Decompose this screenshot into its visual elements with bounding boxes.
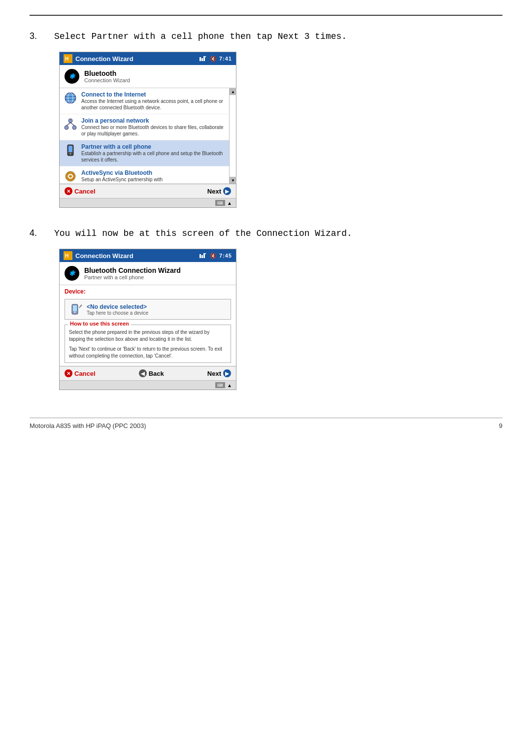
- svg-line-15: [70, 123, 74, 126]
- page-container: 3. Select Partner with a cell phone then…: [0, 0, 532, 439]
- menu-item-join-network-desc: Connect two or more Bluetooth devices to…: [81, 124, 225, 137]
- svg-point-13: [72, 126, 76, 130]
- svg-point-30: [81, 305, 82, 306]
- scroll-up-arrow[interactable]: ▲: [230, 88, 236, 95]
- how-to-para-1: Select the phone prepared in the previou…: [69, 329, 227, 343]
- screen2-title: Connection Wizard: [75, 252, 200, 260]
- top-border: [30, 15, 502, 16]
- step-4-heading: 4. You will now be at this screen of the…: [30, 228, 502, 240]
- screen1-menu-area: Connect to the Internet Access the Inter…: [60, 88, 236, 184]
- footer-left: Motorola A835 with HP iPAQ (PPC 2003): [30, 422, 146, 429]
- screen2-keyboard-bar: ⌨ ▲: [60, 380, 236, 390]
- svg-point-11: [68, 119, 72, 123]
- menu-item-partner-phone[interactable]: Partner with a cell phone Establish a pa…: [60, 140, 229, 166]
- bt-header-text: Bluetooth Connection Wizard: [84, 69, 130, 83]
- screen2-next-button[interactable]: Next ▶: [207, 369, 231, 377]
- screen2-titlebar: H Connection Wizard 🔇 7:45: [60, 249, 236, 262]
- screen1-bottom-bar: ✕ Cancel Next ▶: [60, 184, 236, 198]
- globe-icon: [64, 91, 77, 105]
- screen2-cancel-icon: ✕: [65, 369, 72, 377]
- screen2-cancel-label: Cancel: [74, 370, 96, 377]
- scrollbar-1[interactable]: ▲ ▼: [229, 88, 236, 184]
- menu-item-partner-phone-desc: Establish a partnership with a cell phon…: [81, 150, 225, 163]
- svg-rect-3: [201, 58, 203, 61]
- step-4-number: 4.: [30, 228, 54, 238]
- screen2-bluetooth-logo: ✱: [65, 266, 79, 281]
- step-3-number: 3.: [30, 31, 54, 41]
- svg-rect-27: [73, 305, 77, 311]
- menu-item-join-network[interactable]: Join a personal network Connect two or m…: [60, 114, 229, 140]
- screen2-next-label: Next: [207, 370, 221, 377]
- phone-icon: [64, 143, 77, 157]
- svg-text:H: H: [65, 253, 68, 259]
- device-selector[interactable]: <No device selected> Tap here to choose …: [65, 299, 231, 320]
- svg-rect-24: [203, 253, 205, 258]
- bt-subtitle: Connection Wizard: [84, 77, 130, 83]
- scroll-indicator: ▲: [227, 200, 232, 206]
- tap-text: Tap here to choose a device: [87, 310, 148, 316]
- screen-2: H Connection Wizard 🔇 7:45 ✱: [59, 249, 236, 390]
- menu-item-activesync-desc: Setup an ActiveSync partnership with: [81, 176, 163, 183]
- screen2-cancel-button[interactable]: ✕ Cancel: [65, 369, 96, 377]
- step-4-block: 4. You will now be at this screen of the…: [30, 228, 502, 390]
- keyboard-icon[interactable]: ⌨: [215, 200, 225, 206]
- cancel-icon: ✕: [65, 187, 72, 195]
- screen2-bt-title: Bluetooth Connection Wizard: [84, 266, 181, 274]
- svg-point-18: [70, 153, 71, 155]
- screen1-titlebar: H Connection Wizard 🔇 7:41: [60, 52, 236, 65]
- menu-item-join-network-title: Join a personal network: [81, 117, 225, 124]
- screen1-cancel-label: Cancel: [74, 188, 96, 195]
- screen-1: H Connection Wizard 🔇 7:41 ✱: [59, 52, 236, 208]
- screen2-keyboard-icon[interactable]: ⌨: [215, 382, 225, 388]
- device-selector-text: <No device selected> Tap here to choose …: [87, 303, 148, 316]
- back-arrow-icon: ◀: [139, 369, 147, 377]
- screen2-titlebar-icon: H: [64, 251, 72, 260]
- screen2-bt-header-text: Bluetooth Connection Wizard Partner with…: [84, 266, 181, 280]
- screen1-keyboard-bar: ⌨ ▲: [60, 198, 236, 207]
- menu-item-activesync[interactable]: ActiveSync via Bluetooth Setup an Active…: [60, 166, 229, 184]
- screen1-cancel-button[interactable]: ✕ Cancel: [65, 187, 96, 195]
- menu-item-activesync-title: ActiveSync via Bluetooth: [81, 169, 163, 176]
- svg-rect-23: [201, 255, 203, 258]
- network-icon: [64, 117, 77, 131]
- screen2-bt-header: ✱ Bluetooth Connection Wizard Partner wi…: [60, 262, 236, 285]
- how-to-content: Select the phone prepared in the previou…: [69, 329, 227, 360]
- svg-point-19: [66, 171, 75, 181]
- activesync-icon: [64, 169, 77, 183]
- svg-point-12: [65, 126, 68, 130]
- svg-rect-4: [203, 56, 205, 61]
- svg-rect-2: [200, 57, 201, 61]
- screen1-next-button[interactable]: Next ▶: [207, 187, 231, 195]
- bt-title: Bluetooth: [84, 69, 130, 77]
- menu-list: Connect to the Internet Access the Inter…: [60, 88, 229, 184]
- device-selector-icon: [69, 302, 83, 316]
- step-4-text: You will now be at this screen of the Co…: [54, 228, 352, 240]
- svg-rect-22: [200, 254, 201, 258]
- screen2-back-button[interactable]: ◀ Back: [139, 369, 164, 377]
- footer-right: 9: [499, 422, 502, 429]
- menu-item-connect-internet[interactable]: Connect to the Internet Access the Inter…: [60, 88, 229, 114]
- step-3-text: Select Partner with a cell phone then ta…: [54, 31, 347, 43]
- step-3-block: 3. Select Partner with a cell phone then…: [30, 31, 502, 208]
- device-label: Device:: [60, 285, 236, 297]
- svg-point-28: [74, 312, 75, 313]
- screen2-status-icons: 🔇 7:45: [200, 253, 232, 259]
- screen2-back-label: Back: [149, 370, 164, 377]
- menu-item-activesync-content: ActiveSync via Bluetooth Setup an Active…: [81, 169, 163, 183]
- svg-line-5: [205, 56, 206, 57]
- titlebar-icon: H: [64, 54, 72, 63]
- svg-text:H: H: [65, 56, 68, 62]
- bluetooth-logo: ✱: [65, 69, 79, 84]
- how-to-para-2: Tap 'Next' to continue or 'Back' to retu…: [69, 346, 227, 360]
- screen1-status-icons: 🔇 7:41: [200, 56, 232, 62]
- no-device-label: <No device selected>: [87, 303, 148, 310]
- svg-line-25: [205, 253, 206, 254]
- screen2-bt-subtitle: Partner with a cell phone: [84, 274, 181, 280]
- menu-item-connect-internet-content: Connect to the Internet Access the Inter…: [81, 91, 225, 111]
- page-footer: Motorola A835 with HP iPAQ (PPC 2003) 9: [30, 418, 502, 429]
- svg-line-14: [66, 123, 70, 126]
- scroll-down-arrow[interactable]: ▼: [230, 177, 236, 184]
- screen1-bt-header: ✱ Bluetooth Connection Wizard: [60, 65, 236, 88]
- how-to-title: How to use this screen: [68, 321, 131, 327]
- how-to-section: How to use this screen Select the phone …: [65, 325, 231, 363]
